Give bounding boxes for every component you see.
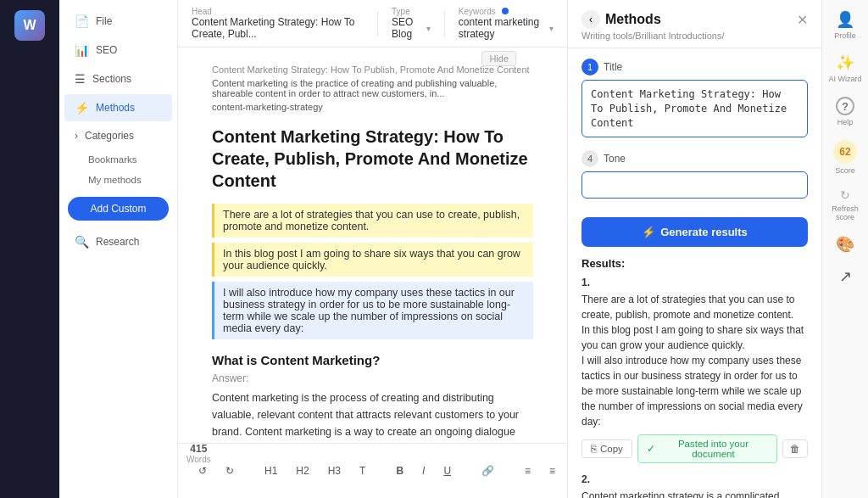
help-label: Help bbox=[837, 118, 854, 126]
copy-button[interactable]: ⎘ Copy bbox=[581, 439, 632, 458]
research-label: Research bbox=[96, 236, 139, 248]
top-bar: Head Content Marketing Strategy: How To … bbox=[178, 0, 567, 48]
keywords-chevron: ▾ bbox=[549, 24, 554, 33]
result-item-2: 2. Content marketing strategy is a compl… bbox=[581, 473, 808, 498]
help-icon: ? bbox=[836, 97, 854, 115]
editor-area[interactable]: Hide Content Marketing Strategy: How To … bbox=[178, 48, 567, 443]
text-button[interactable]: T bbox=[353, 462, 372, 480]
methods-panel-header: ‹ Methods ✕ Writing tools/Brilliant Intr… bbox=[568, 0, 821, 48]
sidebar-item-label: File bbox=[96, 15, 112, 27]
sidebar-item-bookmarks[interactable]: Bookmarks bbox=[64, 150, 172, 169]
highlight-1: There are a lot of strategies that you c… bbox=[212, 204, 533, 238]
head-label: Head bbox=[192, 7, 364, 16]
head-section: Head Content Marketing Strategy: How To … bbox=[192, 7, 364, 40]
undo-button[interactable]: ↺ bbox=[192, 462, 214, 480]
result-number-1: 1. bbox=[581, 277, 808, 288]
score-item[interactable]: 62 Score bbox=[833, 140, 857, 175]
section-heading-1: What is Content Marketing? bbox=[212, 353, 533, 367]
hide-button[interactable]: Hide bbox=[481, 51, 516, 66]
palette-item[interactable]: 🎨 bbox=[836, 235, 854, 254]
h2-button[interactable]: H2 bbox=[289, 462, 315, 480]
results-label: Results: bbox=[581, 257, 808, 270]
doc-subtitle: Content marketing is the practice of cre… bbox=[212, 78, 533, 98]
h3-button[interactable]: H3 bbox=[321, 462, 348, 480]
sidebar-item-research[interactable]: 🔍 Research bbox=[64, 228, 172, 255]
refresh-label: Refresh score bbox=[822, 204, 868, 221]
head-value[interactable]: Content Marketing Strategy: How To Creat… bbox=[192, 16, 364, 40]
sidebar-item-file[interactable]: 📄 File bbox=[64, 8, 172, 35]
align-left-button[interactable]: ≡ bbox=[518, 462, 537, 480]
field-tone-label: 4 Tone bbox=[581, 150, 808, 167]
ai-wizard-label: AI Wizard bbox=[828, 75, 861, 83]
share-item[interactable]: ↗ bbox=[839, 267, 852, 286]
profile-item[interactable]: 👤 Profile bbox=[834, 10, 856, 40]
sidebar-item-label: SEO bbox=[96, 44, 117, 56]
profile-icon: 👤 bbox=[836, 10, 854, 29]
research-icon: 🔍 bbox=[75, 235, 89, 249]
h1-button[interactable]: H1 bbox=[258, 462, 284, 480]
methods-panel: ‹ Methods ✕ Writing tools/Brilliant Intr… bbox=[567, 0, 821, 498]
field-tone-container: 4 Tone friendly bbox=[581, 150, 808, 207]
panel-title-row: ‹ Methods ✕ bbox=[581, 10, 808, 29]
panel-title: Methods bbox=[605, 12, 661, 27]
help-item[interactable]: ? Help bbox=[836, 97, 854, 126]
sections-icon: ☰ bbox=[75, 72, 86, 86]
generate-button[interactable]: ⚡ Generate results bbox=[581, 217, 808, 247]
keywords-section: Keywords content marketing strategy ▾ bbox=[459, 7, 554, 40]
main-content: Head Content Marketing Strategy: How To … bbox=[178, 0, 567, 498]
doc-url: content-marketing-strategy bbox=[212, 102, 533, 112]
copy-icon: ⎘ bbox=[591, 444, 597, 454]
delete-button-1[interactable]: 🗑 bbox=[782, 439, 808, 458]
left-sidebar: 📄 File 📊 SEO ☰ Sections ⚡ Methods › Cate… bbox=[59, 0, 178, 498]
sidebar-item-sections[interactable]: ☰ Sections bbox=[64, 65, 172, 92]
sidebar-item-my-methods[interactable]: My methods bbox=[64, 171, 172, 189]
trash-icon: 🗑 bbox=[790, 444, 800, 454]
ai-wizard-icon: ✨ bbox=[836, 53, 854, 72]
type-section: Type SEO Blog ▾ bbox=[392, 7, 431, 40]
align-center-button[interactable]: ≡ bbox=[542, 462, 562, 480]
sidebar-item-label: Categories bbox=[85, 130, 134, 142]
bookmarks-label: Bookmarks bbox=[88, 154, 137, 165]
divider-2 bbox=[444, 11, 445, 36]
underline-button[interactable]: U bbox=[437, 462, 458, 480]
sidebar-item-categories[interactable]: › Categories bbox=[64, 123, 172, 148]
type-chevron: ▾ bbox=[426, 24, 431, 33]
lightning-icon: ⚡ bbox=[642, 226, 655, 238]
type-value[interactable]: SEO Blog ▾ bbox=[392, 16, 431, 40]
highlight-2: In this blog post I am going to share si… bbox=[212, 243, 533, 277]
ai-wizard-item[interactable]: ✨ AI Wizard bbox=[828, 53, 861, 83]
check-icon: ✓ bbox=[647, 443, 655, 455]
profile-label: Profile bbox=[834, 31, 856, 40]
score-badge: 62 bbox=[833, 140, 857, 164]
breadcrumb: Writing tools/Brilliant Introductions/ bbox=[581, 31, 808, 41]
title-input[interactable]: Content Marketing Strategy: How To Publi… bbox=[581, 80, 808, 137]
sidebar-item-seo[interactable]: 📊 SEO bbox=[64, 36, 172, 64]
content-main-heading: Content Marketing Strategy: How To Creat… bbox=[212, 126, 533, 192]
redo-button[interactable]: ↻ bbox=[219, 462, 241, 480]
methods-panel-body: 1 Title Content Marketing Strategy: How … bbox=[568, 48, 821, 498]
back-button[interactable]: ‹ bbox=[581, 10, 600, 29]
add-custom-button[interactable]: Add Custom bbox=[68, 197, 169, 221]
refresh-icon: ↻ bbox=[840, 188, 850, 202]
close-button[interactable]: ✕ bbox=[797, 12, 808, 28]
refresh-score-item[interactable]: ↻ Refresh score bbox=[822, 188, 868, 221]
sidebar-item-methods[interactable]: ⚡ Methods bbox=[64, 94, 172, 121]
tone-input[interactable]: friendly bbox=[581, 171, 808, 199]
methods-icon: ⚡ bbox=[75, 101, 89, 115]
score-label: Score bbox=[835, 166, 855, 175]
keywords-value[interactable]: content marketing strategy ▾ bbox=[459, 16, 554, 40]
italic-button[interactable]: I bbox=[415, 462, 431, 480]
app-logo[interactable]: W bbox=[14, 10, 45, 41]
palette-icon: 🎨 bbox=[836, 235, 854, 254]
result-text-1: There are a lot of strategies that you c… bbox=[581, 292, 808, 429]
link-button[interactable]: 🔗 bbox=[475, 462, 501, 480]
far-right-sidebar: 👤 Profile ✨ AI Wizard ? Help 62 Score ↻ … bbox=[821, 0, 868, 498]
bold-button[interactable]: B bbox=[389, 462, 410, 480]
keywords-dot bbox=[502, 8, 509, 14]
pasted-button[interactable]: ✓ Pasted into your document bbox=[637, 434, 777, 463]
result-text-2: Content marketing strategy is a complica… bbox=[581, 489, 808, 498]
my-methods-label: My methods bbox=[88, 175, 142, 185]
type-label: Type bbox=[392, 7, 431, 16]
divider-1 bbox=[377, 11, 378, 36]
field-number-1: 1 bbox=[581, 59, 598, 76]
